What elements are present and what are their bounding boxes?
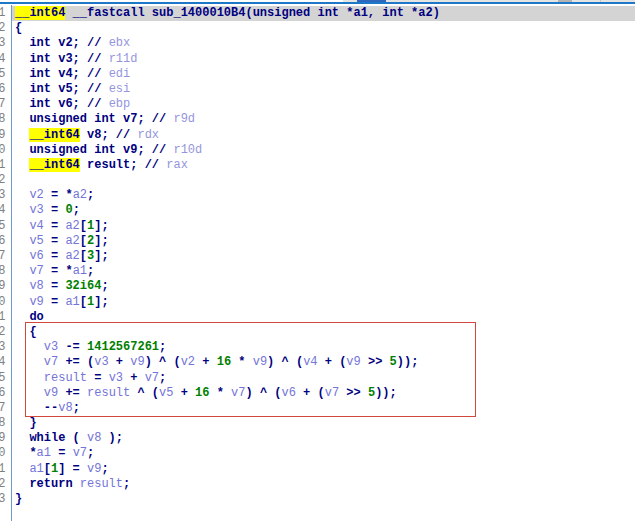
code-token[interactable]: ) ^ ( <box>246 386 282 400</box>
code-line[interactable]: 33} <box>0 492 635 507</box>
code-token[interactable]: ) ^ ( <box>145 355 181 369</box>
code-token[interactable]: a2 <box>73 188 87 202</box>
code-token[interactable]: )); <box>397 355 419 369</box>
code-line[interactable]: 12 <box>0 173 635 188</box>
code-token[interactable]: __fastcall sub_1400010B4(unsigned int *a… <box>65 6 439 20</box>
code-token[interactable]: = <box>44 279 66 293</box>
code-token[interactable]: v8 <box>29 279 43 293</box>
code-token[interactable]: v7 <box>73 446 87 460</box>
code-line[interactable]: 20 v9 = a1[1]; <box>0 295 635 310</box>
code-token[interactable]: a2 <box>65 234 79 248</box>
code-token[interactable]: int v3; // <box>15 52 109 66</box>
code-line[interactable]: 29 while ( v8 ); <box>0 431 635 446</box>
code-token[interactable]: 16 <box>195 386 209 400</box>
code-token[interactable]: v7 <box>325 386 339 400</box>
code-token[interactable]: = <box>51 446 73 460</box>
code-token[interactable]: esi <box>109 82 131 96</box>
code-token[interactable]: v9 <box>29 295 43 309</box>
code-token[interactable]: ]; <box>94 219 108 233</box>
code-token[interactable]: + <box>195 355 217 369</box>
code-token[interactable]: = <box>44 234 66 248</box>
code-token[interactable]: a2 <box>65 219 79 233</box>
code-line[interactable]: 26 v9 += result ^ (v5 + 16 * v7) ^ (v6 +… <box>0 386 635 401</box>
code-token[interactable]: [ <box>80 295 87 309</box>
code-line[interactable]: 25 result = v3 + v7; <box>0 371 635 386</box>
code-line[interactable]: 17 v6 = a2[3]; <box>0 249 635 264</box>
code-token[interactable]: [ <box>80 234 87 248</box>
code-token[interactable]: ; <box>87 188 94 202</box>
code-line[interactable]: 13 v2 = *a2; <box>0 188 635 203</box>
code-token[interactable]: ; <box>73 203 80 217</box>
code-line[interactable]: 22 { <box>0 325 635 340</box>
code-token[interactable]: while ( <box>15 431 87 445</box>
code-token[interactable]: v7 <box>145 371 159 385</box>
code-token[interactable]: result <box>80 477 123 491</box>
code-token[interactable]: = * <box>44 264 73 278</box>
code-token[interactable]: = * <box>44 188 73 202</box>
code-token[interactable]: v2 <box>29 188 43 202</box>
code-line[interactable]: 8 unsigned int v7; // r9d <box>0 112 635 127</box>
code-token[interactable]: + ( <box>296 386 325 400</box>
code-token[interactable]: ); <box>101 431 123 445</box>
code-token[interactable]: } <box>15 492 22 506</box>
code-token[interactable]: ; <box>159 340 166 354</box>
code-token[interactable]: rax <box>166 158 188 172</box>
code-line[interactable]: 4 int v3; // r11d <box>0 52 635 67</box>
code-token[interactable]: a2 <box>65 249 79 263</box>
highlighted-token[interactable]: __int64 <box>15 6 65 20</box>
code-token[interactable]: v3 <box>29 203 43 217</box>
code-token[interactable]: do <box>15 310 44 324</box>
code-token[interactable]: result <box>87 386 130 400</box>
code-token[interactable]: v8; // <box>80 128 138 142</box>
code-line[interactable]: 31 a1[1] = v9; <box>0 462 635 477</box>
code-token[interactable]: 0 <box>65 203 72 217</box>
code-token[interactable]: rdx <box>137 128 159 142</box>
code-token[interactable]: a1 <box>37 446 51 460</box>
code-token[interactable]: { <box>15 21 22 35</box>
code-token[interactable]: v9 <box>87 462 101 476</box>
code-token[interactable]: r10d <box>173 143 202 157</box>
code-line[interactable]: 6 int v5; // esi <box>0 82 635 97</box>
code-token[interactable]: += <box>58 386 87 400</box>
code-token[interactable]: + <box>173 386 195 400</box>
code-token[interactable]: ebp <box>109 97 131 111</box>
code-token[interactable]: 5 <box>390 355 397 369</box>
code-token[interactable]: ]; <box>94 234 108 248</box>
code-line[interactable]: 2{ <box>0 21 635 36</box>
code-line[interactable]: 18 v7 = *a1; <box>0 264 635 279</box>
code-line[interactable]: 30 *a1 = v7; <box>0 446 635 461</box>
code-token[interactable]: 16 <box>217 355 231 369</box>
code-line[interactable]: 23 v3 -= 1412567261; <box>0 340 635 355</box>
code-token[interactable]: ]; <box>94 249 108 263</box>
code-token[interactable]: v7 <box>231 386 245 400</box>
code-token[interactable]: a1 <box>73 264 87 278</box>
code-line[interactable]: 11 __int64 result; // rax <box>0 158 635 173</box>
code-token[interactable]: v8 <box>58 401 72 415</box>
code-token[interactable]: * <box>15 446 37 460</box>
code-token[interactable]: ; <box>73 401 80 415</box>
code-token[interactable]: int v2; // <box>15 36 109 50</box>
code-line[interactable]: 15 v4 = a2[1]; <box>0 219 635 234</box>
code-token[interactable]: + <box>109 355 131 369</box>
code-token[interactable]: ; <box>159 371 166 385</box>
pseudocode-view[interactable]: 1__int64 __fastcall sub_1400010B4(unsign… <box>0 6 635 507</box>
code-token[interactable]: ; <box>87 264 94 278</box>
code-token[interactable]: >> <box>361 355 390 369</box>
code-token[interactable]: a1 <box>29 462 43 476</box>
code-token[interactable]: [ <box>80 249 87 263</box>
code-token[interactable]: * <box>231 355 253 369</box>
code-token[interactable]: v9 <box>44 386 58 400</box>
code-token[interactable]: v2 <box>181 355 195 369</box>
code-token[interactable]: unsigned int v7; // <box>15 112 173 126</box>
code-token[interactable]: [ <box>80 219 87 233</box>
code-line[interactable]: 28 } <box>0 416 635 431</box>
code-line[interactable]: 10 unsigned int v9; // r10d <box>0 143 635 158</box>
code-token[interactable]: result <box>44 371 87 385</box>
code-token[interactable]: ] = <box>58 462 87 476</box>
code-token[interactable]: [ <box>44 462 51 476</box>
code-line[interactable]: 24 v7 += (v3 + v9) ^ (v2 + 16 * v9) ^ (v… <box>0 355 635 370</box>
code-line[interactable]: 19 v8 = 32i64; <box>0 279 635 294</box>
code-token[interactable]: return <box>15 477 80 491</box>
highlighted-token[interactable]: __int64 <box>29 128 79 142</box>
code-token[interactable]: v7 <box>29 264 43 278</box>
